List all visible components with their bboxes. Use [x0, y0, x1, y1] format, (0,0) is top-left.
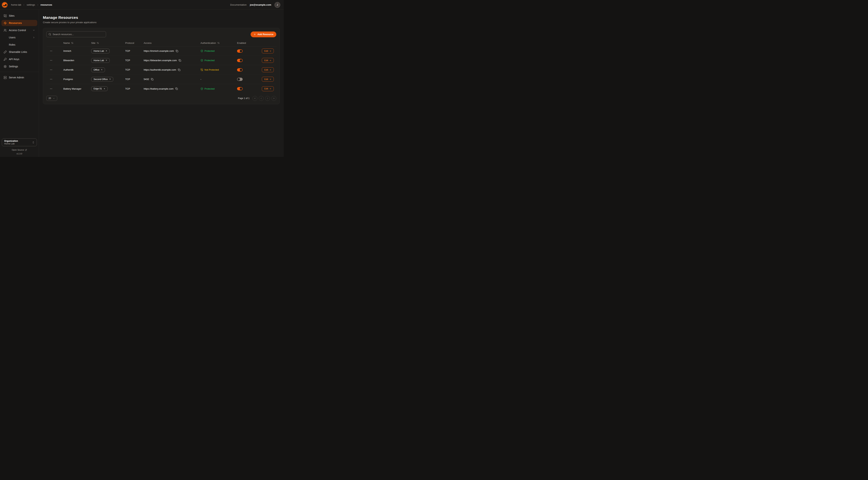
app-version: v1.3.0: [2, 153, 37, 155]
topbar: home-lab settings resources Documentatio…: [0, 0, 284, 10]
sidebar-item-server-admin[interactable]: Server Admin: [1, 74, 37, 81]
auth-status-label: Protected: [205, 50, 215, 52]
organization-name: Home Lab: [4, 143, 18, 145]
sidebar-item-label: Users: [9, 36, 16, 39]
resource-protocol: TCP: [125, 59, 144, 62]
header-access-label: Access: [144, 41, 152, 44]
shield-off-icon: [200, 68, 203, 71]
header-authentication[interactable]: Authentication: [200, 41, 237, 44]
search-input[interactable]: [53, 33, 104, 36]
enabled-toggle[interactable]: [237, 50, 243, 53]
table-footer: 20 Page 1 of 1: [46, 96, 276, 101]
sidebar: Sites Resources Access Control Users: [0, 10, 39, 157]
header-name-label: Name: [63, 41, 70, 44]
table-row: Immich Home Lab TCP https://immich.examp…: [46, 46, 276, 56]
copy-icon[interactable]: [151, 78, 154, 81]
arrow-right-icon: [269, 50, 272, 52]
resource-name: Battery Manager: [63, 87, 91, 90]
chevron-down-icon: [53, 97, 55, 99]
prev-page-button[interactable]: [259, 96, 264, 101]
copy-icon[interactable]: [175, 87, 178, 90]
arrow-up-right-icon: [103, 88, 105, 90]
row-menu-button[interactable]: [50, 59, 53, 62]
ellipsis-icon: [50, 87, 53, 90]
arrow-right-icon: [269, 88, 272, 90]
table-row: Battery Manager Edge 01 TCP https://batt…: [46, 84, 276, 93]
last-page-button[interactable]: [272, 96, 276, 101]
row-menu-button[interactable]: [50, 68, 53, 71]
edit-button-label: Edit: [264, 59, 268, 62]
sidebar-item-resources[interactable]: Resources: [1, 20, 37, 26]
sidebar-item-label: Shareable Links: [9, 51, 27, 53]
enabled-toggle[interactable]: [237, 87, 243, 90]
auth-status: Protected: [200, 50, 237, 52]
site-link[interactable]: Home Lab: [91, 49, 110, 53]
resource-name: Postgres: [63, 78, 91, 81]
chevron-right-icon: [37, 4, 39, 6]
documentation-link[interactable]: Documentation: [230, 3, 247, 6]
site-link[interactable]: Edge 01: [91, 86, 108, 91]
copy-icon[interactable]: [178, 59, 181, 62]
copy-icon[interactable]: [176, 50, 178, 53]
site-link-label: Second Office: [94, 78, 108, 81]
server-icon: [4, 76, 7, 79]
site-link[interactable]: Office: [91, 67, 105, 72]
header-name[interactable]: Name: [63, 41, 91, 44]
sidebar-item-settings[interactable]: Settings: [1, 63, 37, 69]
resource-access-url: https://authentik.example.com: [144, 68, 176, 71]
sidebar-item-users[interactable]: Users: [1, 34, 37, 40]
organization-selector[interactable]: Organization Home Lab: [2, 139, 37, 146]
page-size-select[interactable]: 20: [46, 96, 57, 101]
resource-protocol: TCP: [125, 78, 144, 81]
resource-access-url: https://battery.example.com: [144, 87, 174, 90]
users-icon: [4, 29, 7, 32]
header-protocol: Protocol: [125, 41, 144, 44]
enabled-toggle[interactable]: [237, 78, 243, 81]
site-link[interactable]: Second Office: [91, 77, 113, 82]
auth-status: Not Protected: [200, 68, 237, 71]
edit-button[interactable]: Edit: [262, 49, 274, 53]
edit-button[interactable]: Edit: [262, 86, 274, 91]
ellipsis-icon: [50, 68, 53, 71]
site-link-label: Home Lab: [94, 59, 104, 62]
copy-icon[interactable]: [178, 68, 181, 71]
edit-button[interactable]: Edit: [262, 67, 274, 72]
row-menu-button[interactable]: [50, 87, 53, 90]
header-site[interactable]: Site: [91, 41, 125, 44]
auth-status: Protected: [200, 87, 237, 90]
site-link-label: Office: [94, 69, 99, 71]
sidebar-item-sites[interactable]: Sites: [1, 13, 37, 19]
sidebar-item-api-keys[interactable]: API Keys: [1, 56, 37, 62]
add-resource-button[interactable]: Add Resource: [251, 31, 276, 37]
edit-button[interactable]: Edit: [262, 58, 274, 63]
auth-status-label: Not Protected: [205, 68, 219, 71]
sidebar-item-access-control[interactable]: Access Control: [1, 27, 37, 33]
enabled-toggle[interactable]: [237, 68, 243, 71]
sidebar-item-roles[interactable]: Roles: [1, 41, 37, 48]
waypoints-icon: [4, 22, 7, 25]
arrow-up-right-icon: [105, 50, 107, 52]
avatar[interactable]: J: [275, 2, 280, 8]
next-page-button[interactable]: [265, 96, 270, 101]
edit-button[interactable]: Edit: [262, 77, 274, 82]
breadcrumb-org[interactable]: home-lab: [11, 3, 21, 6]
sidebar-item-shareable-links[interactable]: Shareable Links: [1, 49, 37, 55]
sidebar-item-label: Sites: [9, 14, 14, 17]
row-menu-button[interactable]: [50, 49, 53, 53]
first-page-button[interactable]: [252, 96, 257, 101]
site-link[interactable]: Home Lab: [91, 58, 110, 63]
link-icon: [4, 51, 7, 54]
resource-protocol: TCP: [125, 87, 144, 90]
open-source-link[interactable]: Open Source: [2, 149, 37, 151]
enabled-toggle[interactable]: [237, 59, 243, 62]
page-subtitle: Create secure proxies to your private ap…: [43, 21, 280, 24]
site-link-label: Edge 01: [94, 87, 102, 90]
breadcrumb-settings[interactable]: settings: [27, 3, 35, 6]
resource-name: Immich: [63, 50, 91, 52]
pangolin-logo-icon[interactable]: [1, 2, 8, 8]
table-row: Bitwarden Home Lab TCP https://bitwarden…: [46, 56, 276, 65]
sidebar-divider: [0, 72, 39, 72]
chevrons-left-icon: [254, 97, 256, 99]
row-menu-button[interactable]: [50, 78, 53, 81]
resource-protocol: TCP: [125, 50, 144, 52]
